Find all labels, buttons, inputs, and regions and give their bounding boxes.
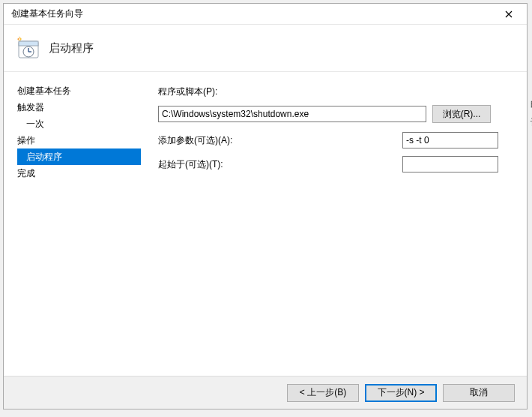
startin-label: 起始于(可选)(T):	[158, 158, 402, 171]
program-label: 程序或脚本(P):	[158, 86, 217, 98]
startin-input[interactable]	[402, 156, 498, 172]
wizard-content: 程序或脚本(P): 浏览(R)... 添加参数(可选)(A): 起始于(可选)(…	[143, 72, 527, 376]
sidebar-item-trigger[interactable]: 触发器	[17, 99, 143, 116]
sidebar-item-once[interactable]: 一次	[17, 116, 143, 132]
close-button[interactable]	[495, 6, 522, 22]
window-title: 创建基本任务向导	[8, 8, 495, 20]
wizard-window: 创建基本任务向导 启动程序 创建基本任务 触发器 一次	[3, 3, 528, 410]
sidebar-item-action[interactable]: 操作	[17, 132, 143, 148]
svg-rect-1	[19, 41, 38, 46]
sidebar-item-finish[interactable]: 完成	[17, 165, 143, 182]
sidebar-item-create-task[interactable]: 创建基本任务	[17, 82, 143, 99]
next-button[interactable]: 下一步(N) >	[365, 384, 437, 402]
program-input[interactable]	[158, 106, 426, 122]
back-button[interactable]: < 上一步(B)	[287, 384, 359, 402]
wizard-sidebar: 创建基本任务 触发器 一次 操作 启动程序 完成	[4, 72, 143, 376]
titlebar: 创建基本任务向导	[4, 4, 527, 25]
args-label: 添加参数(可选)(A):	[158, 134, 402, 147]
page-title: 启动程序	[49, 41, 94, 56]
wizard-footer: < 上一步(B) 下一步(N) > 取消	[4, 376, 527, 409]
sidebar-item-start-program[interactable]: 启动程序	[17, 148, 141, 165]
wizard-icon	[14, 35, 40, 61]
cancel-button[interactable]: 取消	[443, 384, 515, 402]
args-input[interactable]	[402, 132, 498, 148]
wizard-body: 创建基本任务 触发器 一次 操作 启动程序 完成 程序或脚本(P): 浏览(R)…	[4, 71, 527, 376]
browse-button[interactable]: 浏览(R)...	[432, 105, 491, 123]
close-icon	[505, 10, 513, 18]
wizard-header: 启动程序	[4, 25, 527, 71]
